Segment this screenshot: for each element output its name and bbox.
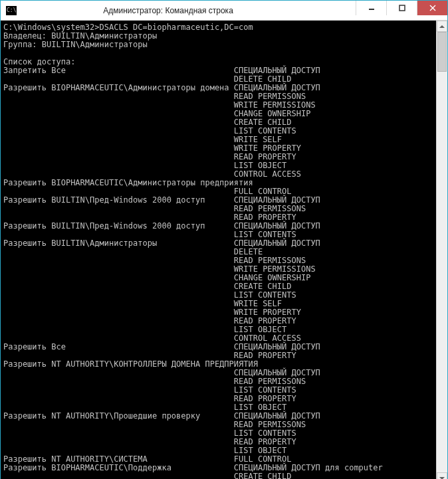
scroll-thumb[interactable] <box>437 32 447 72</box>
scroll-track[interactable] <box>437 32 447 472</box>
close-button[interactable] <box>417 1 447 15</box>
cmd-icon <box>6 6 17 15</box>
client-area: C:\Windows\system32>DSACLS DC=biopharmac… <box>1 21 447 479</box>
chevron-up-icon <box>439 25 445 28</box>
minimize-icon <box>368 5 375 11</box>
minimize-button[interactable] <box>356 1 386 15</box>
command-prompt-window: Администратор: Командная строка C:\Windo… <box>0 0 448 479</box>
console-output[interactable]: C:\Windows\system32>DSACLS DC=biopharmac… <box>1 21 436 479</box>
titlebar[interactable]: Администратор: Командная строка <box>1 1 447 21</box>
scroll-down-button[interactable] <box>437 472 447 479</box>
maximize-button[interactable] <box>386 1 417 15</box>
window-buttons <box>356 1 447 20</box>
close-icon <box>429 5 436 11</box>
maximize-icon <box>399 5 405 11</box>
svg-rect-1 <box>399 5 405 11</box>
chevron-down-icon <box>439 477 445 480</box>
window-title: Администратор: Командная строка <box>0 6 356 15</box>
vertical-scrollbar[interactable] <box>436 21 447 479</box>
scroll-up-button[interactable] <box>437 21 447 32</box>
